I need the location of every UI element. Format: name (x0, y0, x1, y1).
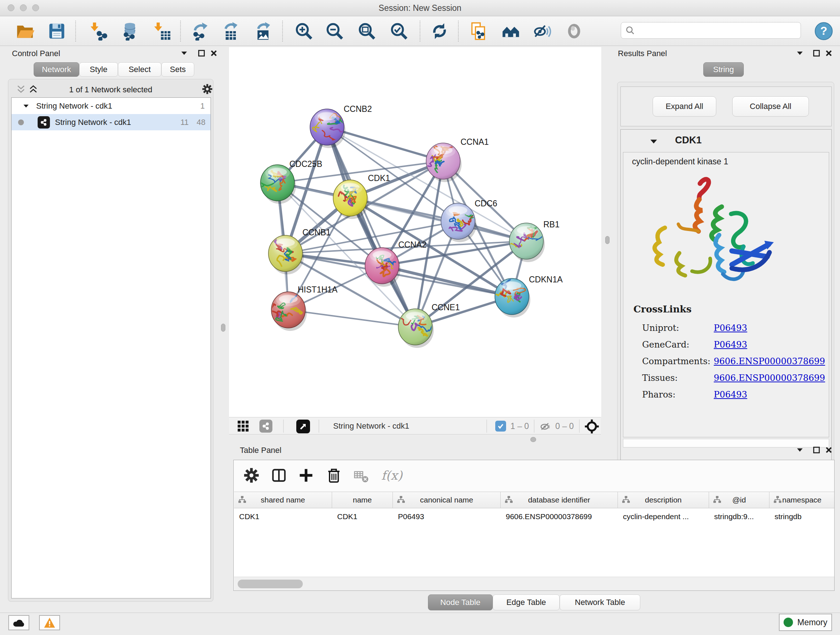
table-settings-button[interactable] (243, 467, 259, 485)
tab-select[interactable]: Select (118, 62, 161, 77)
network-collection-row[interactable]: String Network - cdk1 1 (11, 98, 210, 114)
tissues-link[interactable]: 9606.ENSP00000378699 (714, 373, 825, 383)
birds-eye-view-button[interactable] (296, 420, 310, 433)
tab-string-results[interactable]: String (703, 62, 744, 77)
memory-button[interactable]: Memory (779, 614, 832, 631)
table-panel-float-button[interactable] (811, 445, 822, 455)
network-selection-summary: 1 of 1 Network selected (8, 85, 213, 95)
current-network-name: String Network - cdk1 (333, 421, 409, 431)
table-body-empty (234, 524, 834, 576)
network-view-toolbar: String Network - cdk1 1 – 0 0 – 0 (229, 417, 601, 434)
export-table-button[interactable] (221, 21, 241, 41)
control-panel-collapse-button[interactable] (179, 48, 189, 59)
network-canvas[interactable]: CCNB2CCNA1CDC25BCDK1CDC6RB1CCNB1CCNA2CDK… (229, 47, 601, 417)
entry-collapse-icon[interactable] (649, 137, 658, 148)
copy-document-button[interactable] (469, 21, 488, 41)
results-panel-float-button[interactable] (811, 48, 822, 59)
show-all-button[interactable] (564, 21, 584, 41)
cloud-status-button[interactable] (8, 615, 29, 630)
hierarchy-icon (713, 495, 722, 504)
uniprot-link[interactable]: P06493 (714, 323, 747, 333)
column-header-description[interactable]: description (618, 492, 709, 508)
control-panel: Control Panel Network Style Select Sets … (4, 47, 217, 612)
table-panel-close-button[interactable] (823, 445, 834, 455)
left-splitter-handle[interactable] (221, 324, 225, 332)
add-column-button[interactable] (298, 467, 314, 485)
import-table-from-file-button[interactable] (152, 21, 172, 41)
scrollbar-thumb[interactable] (238, 580, 303, 588)
table-panel: Table Panel f(x) shared name name canoni… (229, 443, 840, 612)
search-input[interactable] (635, 26, 790, 35)
refresh-view-button[interactable] (430, 21, 449, 41)
warnings-button[interactable] (39, 615, 60, 630)
import-network-from-file-button[interactable] (88, 21, 108, 41)
open-session-button[interactable] (15, 21, 35, 41)
trash-icon (326, 467, 342, 483)
node-label-CCNB2: CCNB2 (344, 104, 372, 114)
zoom-selected-button[interactable] (389, 21, 409, 41)
expand-all-button[interactable]: Expand All (653, 96, 716, 117)
tab-style[interactable]: Style (79, 62, 118, 77)
show-homes-button[interactable] (501, 21, 521, 41)
collection-count: 1 (201, 101, 205, 111)
zoom-out-button[interactable] (325, 21, 344, 41)
results-panel-collapse-button[interactable] (794, 48, 805, 59)
string-style-button[interactable] (259, 420, 272, 432)
pharos-link[interactable]: P06493 (714, 390, 747, 400)
function-builder-button[interactable]: f(x) (381, 468, 402, 483)
collection-expand-icon[interactable] (22, 103, 30, 110)
crosshair-icon (584, 419, 600, 434)
selected-checkbox[interactable] (495, 421, 506, 432)
right-splitter-handle[interactable] (605, 236, 609, 244)
tab-edge-table[interactable]: Edge Table (493, 594, 560, 610)
entry-gene-name: CDK1 (675, 135, 702, 146)
genecard-link[interactable]: P06493 (714, 340, 747, 350)
hierarchy-icon (504, 495, 513, 504)
results-panel-close-button[interactable] (823, 48, 834, 59)
table-row[interactable]: CDK1 CDK1 P06493 9606.ENSP00000378699 cy… (234, 509, 834, 524)
table-panel-collapse-button[interactable] (794, 445, 805, 455)
compartments-link[interactable]: 9606.ENSP00000378699 (714, 356, 825, 366)
fit-content-button[interactable] (357, 21, 377, 41)
delete-table-button[interactable] (354, 470, 369, 485)
collapse-all-button[interactable]: Collapse All (732, 96, 809, 117)
column-header-canonical-name[interactable]: canonical name (393, 492, 501, 508)
bottom-splitter-handle[interactable] (531, 437, 536, 442)
table-horizontal-scrollbar[interactable] (234, 577, 834, 591)
crosslink-label: Compartments: (642, 353, 711, 370)
tab-sets[interactable]: Sets (161, 62, 194, 77)
string-network-graph[interactable]: CCNB2CCNA1CDC25BCDK1CDC6RB1CCNB1CCNA2CDK… (229, 47, 601, 417)
export-table-icon (222, 22, 240, 41)
column-header-namespace[interactable]: namespace (769, 492, 834, 508)
import-network-from-database-button[interactable] (119, 21, 139, 41)
center-view-button[interactable] (584, 419, 600, 435)
separator (534, 420, 534, 432)
column-header-shared-name[interactable]: shared name (234, 492, 332, 508)
refresh-icon (430, 22, 449, 41)
cell-database-identifier: 9606.ENSP00000378699 (506, 512, 592, 521)
tab-network[interactable]: Network (34, 62, 79, 77)
export-image-button[interactable] (253, 21, 273, 41)
separator (486, 420, 487, 432)
grid-view-button[interactable] (237, 420, 249, 434)
network-options-gear-button[interactable] (202, 84, 213, 96)
zoom-in-button[interactable] (294, 21, 314, 41)
show-columns-button[interactable] (271, 467, 287, 485)
save-session-button[interactable] (47, 21, 66, 41)
hierarchy-icon (773, 495, 782, 504)
export-network-button[interactable] (191, 21, 210, 41)
tab-node-table[interactable]: Node Table (428, 594, 493, 610)
control-panel-close-button[interactable] (208, 48, 219, 59)
save-floppy-icon (47, 22, 66, 41)
help-button[interactable]: ? (814, 21, 834, 41)
hide-selected-button[interactable] (532, 21, 552, 41)
network-row[interactable]: String Network - cdk1 11 48 (11, 114, 210, 130)
column-header-id[interactable]: @id (709, 492, 769, 508)
control-panel-float-button[interactable] (196, 48, 207, 59)
column-header-name[interactable]: name (332, 492, 393, 508)
network-label: String Network - cdk1 (55, 118, 131, 127)
tab-network-table[interactable]: Network Table (560, 594, 640, 610)
column-header-database-identifier[interactable]: database identifier (501, 492, 618, 508)
delete-column-button[interactable] (326, 467, 342, 485)
string-results-container: Expand All Collapse All CDK1 cyclin-depe… (617, 82, 834, 465)
